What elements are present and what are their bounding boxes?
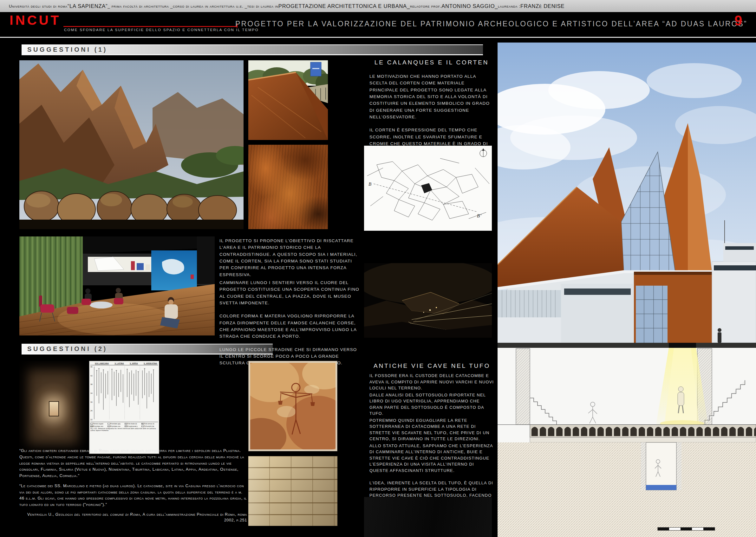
fresco-illustration: [248, 361, 337, 451]
ground-hatch: [498, 442, 756, 537]
thesis-course: PROGETTAZIONE ARCHITETTONICA E URBANA_: [279, 3, 410, 9]
citation-publisher: , A cura dell’amministrazione Provincial…: [140, 512, 247, 522]
chart-column-label: VIA LABICANA: [95, 362, 109, 365]
legend-item: Tufi antichi (ta): [141, 425, 154, 427]
night-render-illustration: [364, 263, 492, 338]
section-label-b: B: [368, 182, 371, 186]
legend-item: Conglomerati giallastri (cg): [125, 425, 137, 427]
dark-image-placeholder: [364, 497, 492, 537]
tagline: COME SFONDARE LA SUPERFICIE DELLO SPAZIO…: [64, 28, 259, 32]
legend-item: Tufo terroso (tt): [141, 423, 154, 425]
chart-column-label: V. APPIA: [130, 362, 138, 365]
project-text-block: IL PROGETTO SI PROPONE L’OBIETTIVO DI RI…: [219, 237, 361, 368]
calanques-paragraph: LE MOTIVAZIONI CHE HANNO PORTATO ALLA SC…: [369, 73, 494, 120]
legend-item: Pozzolane rosse (pr): [107, 425, 120, 427]
quote-catacombe: “Gli antichi cimiteri cristianied ebraic…: [19, 447, 247, 479]
chart-column-label: V. ARDEATINA: [144, 362, 157, 365]
tufo-heading: ANTICHE VIE CAVE NEL TUFO: [369, 362, 494, 369]
interior-render-photo: [19, 236, 215, 336]
person-silhouette: [718, 328, 721, 343]
stratigraphy-chart: VIA LABICANA V. LATINA V. APPIA V. ARDEA…: [89, 361, 159, 454]
section-title: SUGGESTIONI (2): [27, 345, 107, 352]
cliff-illustration: [19, 60, 244, 229]
tufo-paragraph: POTREMMO QUINDI EGUAGLIARE LA RETE SOTTE…: [369, 417, 494, 442]
section-bar-suggestioni-1: SUGGESTIONI (1): [21, 44, 483, 55]
axis-tick: 26: [91, 410, 93, 412]
relatore-name: ANTONINO SAGGIO_: [441, 3, 498, 9]
arched-foundation: [530, 425, 756, 437]
header-bar: INCUT COME SFONDARE LA SUPERFICIE DELLO …: [0, 12, 756, 37]
project-paragraph: IL PROGETTO SI PROPONE L’OBIETTIVO DI RI…: [219, 237, 361, 278]
laureanda-name: FRANZè DENISE: [520, 3, 564, 9]
museum-section-illustration: [498, 43, 756, 537]
legend-item: Terreno vegetale (tv): [91, 423, 103, 425]
laureanda-label: laureanda :: [498, 4, 520, 9]
citation-author: Ventriglia U.,: [27, 512, 56, 517]
chart-caption: Fig. 6.20 - Relazione stratigrafica fra …: [91, 428, 158, 432]
axis-tick: 34: [91, 392, 93, 394]
relatore-label: relaotore prof.: [410, 4, 441, 9]
site-plan-map: B B’: [364, 146, 492, 231]
section-title: SUGGESTIONI (1): [27, 46, 107, 53]
catacomb-tunnel-photo: [19, 361, 87, 454]
site-plan-illustration: B B’: [364, 146, 492, 231]
university-text: Università degli studi di roma: [9, 4, 67, 9]
chart-legend: Terreno vegetale (tv) Pozzolane grigie (…: [91, 422, 158, 427]
interior-illustration: [19, 236, 215, 336]
incut-logo: INCUT: [10, 13, 61, 28]
project-paragraph: COLORE FORMA E MATERIA VOGLIONO RIPROPOR…: [219, 312, 361, 340]
university-name: “LA SAPIENZA”: [67, 3, 108, 9]
calanques-heading: LE CALANQUES E IL CORTEN: [369, 59, 494, 66]
chart-axis: 46 42 38 34 30 26 22: [91, 365, 93, 421]
project-paragraph: CAMMINARE LUNGO I SENTIERI VERSO IL CUOR…: [219, 279, 361, 306]
corten-texture-photo: [248, 145, 328, 229]
quotes-block: “Gli antichi cimiteri cristianied ebraic…: [19, 447, 247, 523]
thesis-board: Università degli studi di roma “LA SAPIE…: [0, 0, 756, 537]
tufo-paragraph: ALLO STATO ATTUALE, SAPPIAMO CHE L’ESPER…: [369, 443, 494, 474]
museum-render-panel: [498, 43, 756, 537]
legend-item: Tufo litoide (tl): [125, 423, 137, 425]
legend-item: Pozzolane nere (pn): [91, 425, 103, 427]
chart-header-row: VIA LABICANA V. LATINA V. APPIA V. ARDEA…: [91, 362, 158, 365]
catacomb-fresco-photo: [248, 361, 337, 451]
tufo-paragraph: DALLE ANALISI DEL SOTTOSUOLO RIPORTATE N…: [369, 392, 494, 417]
page-number: 9: [735, 13, 742, 28]
night-render-photo: [364, 263, 492, 338]
board-title: PROGETTO PER LA VALORIZZAZIONE DEL PATRI…: [235, 20, 747, 28]
legend-item: Pozzolane grigie (pz): [107, 423, 120, 425]
faculty-text: _ prima facoltà di architettura _corso d…: [107, 4, 279, 9]
calanques-cliff-photo: [19, 60, 244, 229]
citation-title: Geologia del territorio del comune di Ro…: [56, 512, 140, 517]
tufo-paragraph: IL FOSSORE ERA IL CUSTODE DELLE CATACOMB…: [369, 373, 494, 391]
quote-marcellino: “Le catacombe dei SS. Marcellino e pietr…: [19, 483, 247, 508]
logo-underline: [63, 26, 237, 27]
header-divider: [0, 37, 756, 38]
corten-wedge-photo: [248, 60, 328, 140]
university-bar: Università degli studi di roma “LA SAPIE…: [0, 0, 756, 12]
axis-tick: 38: [91, 383, 93, 385]
section-label-b-prime: B’: [477, 213, 481, 218]
axis-tick: 22: [91, 419, 93, 421]
corten-wedge-illustration: [248, 60, 328, 140]
bibliography-citation: Ventriglia U., Geologia del territorio d…: [19, 512, 247, 523]
axis-tick: 42: [91, 375, 93, 377]
axis-tick: 30: [91, 401, 93, 403]
chart-column-label: V. LATINA: [114, 362, 124, 365]
scale-bar: [658, 527, 715, 530]
north-arrow-icon: [480, 148, 487, 157]
stratigraphy-bars: [93, 365, 156, 421]
axis-tick: 46: [91, 366, 93, 368]
tufo-blocks-photo: [248, 456, 337, 526]
tunnel-light: [49, 401, 59, 416]
